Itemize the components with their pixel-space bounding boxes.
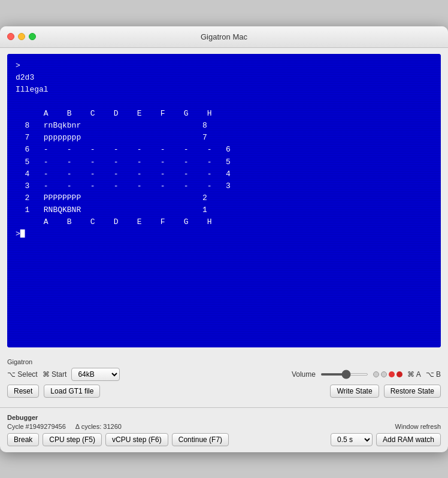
debugger-section: Debugger Cycle #1949279456 Δ cycles: 312… — [0, 412, 448, 452]
load-gt1-button[interactable]: Load GT1 file — [44, 385, 100, 398]
vol-dot-1 — [373, 371, 379, 377]
screen-container: > d2d3 Illegal A B C D E F G H 8 rnBqkbn… — [7, 54, 441, 347]
vol-dot-3 — [389, 371, 395, 377]
gigatron-bottom-row: Reset Load GT1 file Write State Restore … — [7, 385, 441, 398]
maximize-button[interactable] — [29, 33, 36, 40]
screen-text: > d2d3 Illegal A B C D E F G H 8 rnBqkbn… — [16, 60, 432, 241]
vol-dot-2 — [381, 371, 387, 377]
volume-slider[interactable] — [320, 373, 368, 376]
gigatron-section-label: Gigatron — [7, 358, 441, 365]
continue-button[interactable]: Continue (F7) — [172, 433, 229, 446]
window-refresh-label: Window refresh — [395, 423, 441, 430]
cpu-step-button[interactable]: CPU step (F5) — [43, 433, 102, 446]
memory-select[interactable]: 64kB 128kB — [71, 368, 120, 381]
break-button[interactable]: Break — [7, 433, 39, 446]
gigatron-controls: Gigatron ⌥ Select ⌘ Start 64kB 128kB Vol… — [0, 353, 448, 404]
screen-display: > d2d3 Illegal A B C D E F G H 8 rnBqkbn… — [7, 54, 441, 347]
volume-label: Volume — [292, 370, 316, 379]
vcpu-step-button[interactable]: vCPU step (F6) — [105, 433, 168, 446]
restore-state-button[interactable]: Restore State — [384, 385, 441, 398]
add-ram-watch-button[interactable]: Add RAM watch — [376, 433, 441, 446]
vol-dot-4 — [396, 371, 402, 377]
refresh-select[interactable]: 0.1 s 0.5 s 1 s 2 s — [331, 433, 373, 446]
debugger-label: Debugger — [7, 414, 441, 421]
debugger-buttons-row: Break CPU step (F5) vCPU step (F6) Conti… — [7, 433, 441, 446]
debug-info-row: Cycle #1949279456 Δ cycles: 31260 Window… — [7, 423, 441, 430]
traffic-lights — [7, 33, 36, 40]
divider — [0, 407, 448, 408]
titlebar: Gigatron Mac — [0, 26, 448, 48]
select-label: ⌥ Select — [7, 370, 38, 379]
window-title: Gigatron Mac — [201, 32, 247, 41]
start-label: ⌘ Start — [43, 370, 67, 379]
cycle-label: Cycle #1949279456 — [7, 423, 66, 430]
reset-button[interactable]: Reset — [7, 385, 39, 398]
minimize-button[interactable] — [18, 33, 25, 40]
kbd-b-label: ⌥ B — [426, 370, 441, 379]
gigatron-top-row: ⌥ Select ⌘ Start 64kB 128kB Volume ⌘ A ⌥… — [7, 368, 441, 381]
main-window: Gigatron Mac > d2d3 Illegal A B C D E F … — [0, 26, 448, 452]
kbd-a-label: ⌘ A — [407, 370, 421, 379]
delta-label: Δ cycles: 31260 — [75, 423, 122, 430]
volume-dots — [373, 371, 402, 377]
close-button[interactable] — [7, 33, 14, 40]
write-state-button[interactable]: Write State — [330, 385, 379, 398]
